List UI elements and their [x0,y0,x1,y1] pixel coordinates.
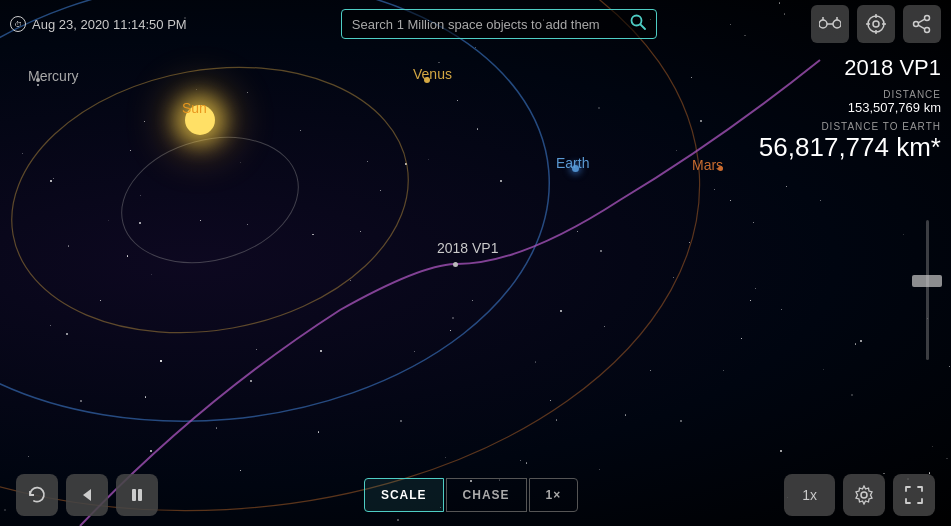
svg-point-19 [914,22,919,27]
view-toggle-buttons: SCALE CHASE 1× [364,478,578,512]
speed-button[interactable]: 1x [784,474,835,516]
playback-controls [16,474,158,516]
top-bar: ⏱ Aug 23, 2020 11:14:50 PM [0,0,951,48]
svg-point-11 [868,16,884,32]
timestamp-text: Aug 23, 2020 11:14:50 PM [32,17,187,32]
binoculars-button[interactable] [811,5,849,43]
settings-button[interactable] [843,474,885,516]
distance-to-earth-label: DISTANCE TO EARTH [759,121,941,132]
svg-point-17 [925,16,930,21]
svg-line-20 [918,19,925,23]
view-controls-right: 1x [784,474,935,516]
zoom-slider[interactable] [915,220,939,360]
scale-button[interactable]: SCALE [364,478,444,512]
distance-label: DISTANCE [759,89,941,100]
top-right-controls [811,5,941,43]
distance-value: 153,507,769 km [759,100,941,115]
timestamp-display: ⏱ Aug 23, 2020 11:14:50 PM [10,16,187,32]
target-button[interactable] [857,5,895,43]
svg-point-12 [873,21,879,27]
svg-point-18 [925,28,930,33]
svg-rect-6 [819,20,827,28]
svg-line-21 [918,25,925,29]
chase-button[interactable]: CHASE [446,478,527,512]
svg-rect-23 [132,489,136,501]
fullscreen-button[interactable] [893,474,935,516]
clock-icon: ⏱ [10,16,26,32]
reset-button[interactable] [16,474,58,516]
search-bar[interactable] [341,9,657,39]
info-panel: 2018 VP1 DISTANCE 153,507,769 km DISTANC… [759,55,941,163]
x1-button[interactable]: 1× [529,478,579,512]
pause-button[interactable] [116,474,158,516]
bottom-controls: SCALE CHASE 1× 1x [0,474,951,516]
zoom-slider-thumb[interactable] [912,275,942,287]
svg-marker-22 [83,489,91,501]
back-button[interactable] [66,474,108,516]
distance-to-earth-value: 56,817,774 km* [759,132,941,163]
svg-line-5 [640,25,645,30]
search-icon [630,14,646,34]
asteroid-name: 2018 VP1 [759,55,941,81]
zoom-slider-track[interactable] [926,220,929,360]
search-input[interactable] [352,17,622,32]
svg-rect-24 [138,489,142,501]
svg-point-25 [861,492,867,498]
svg-rect-7 [833,20,841,28]
share-button[interactable] [903,5,941,43]
